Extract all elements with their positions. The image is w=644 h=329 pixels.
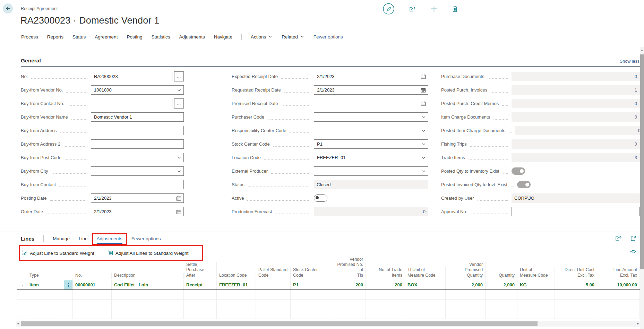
chevron-down-icon[interactable] <box>421 128 426 133</box>
active-toggle[interactable] <box>314 194 327 202</box>
cell-type[interactable]: Item <box>27 280 64 289</box>
calendar-icon[interactable] <box>421 74 426 79</box>
horizontal-scrollbar-thumb[interactable] <box>21 321 538 326</box>
column-header-type[interactable]: Type <box>27 273 64 280</box>
ribbon-item-reports[interactable]: Reports <box>47 34 63 40</box>
cell-vendor-promised-quantity[interactable]: 2,000 <box>446 280 486 289</box>
external-producer-input[interactable] <box>314 166 428 176</box>
cell-description[interactable]: Cod Fillet - Loin <box>112 280 184 289</box>
ribbon-item-adjustments[interactable]: Adjustments <box>179 34 205 40</box>
buy-from-post-code-input[interactable] <box>91 153 184 162</box>
cell-stock-center-code[interactable]: P1 <box>291 280 331 289</box>
pin-icon[interactable] <box>630 249 636 254</box>
column-header-stock-center-code[interactable]: Stock Center Code <box>291 267 331 280</box>
buy-from-address-input[interactable] <box>91 126 184 135</box>
cell-direct-unit-cost-excl-tax[interactable]: 5.00 <box>555 280 597 289</box>
column-header-direct-unit-cost-excl-tax[interactable]: Direct Unit Cost Excl. Tax <box>555 267 597 280</box>
chevron-down-icon[interactable] <box>421 115 426 119</box>
buy-from-vendor-name-input[interactable]: Domestic Vendor 1 <box>91 112 184 122</box>
delete-button[interactable] <box>452 6 458 12</box>
chevron-down-icon[interactable] <box>177 155 181 160</box>
column-header-no[interactable]: No. <box>73 273 112 280</box>
assist-edit-button[interactable]: … <box>174 71 184 81</box>
open-in-new-window-button[interactable] <box>630 235 636 241</box>
cell-vendor-promised-no-of-tis[interactable]: 200 <box>331 280 366 289</box>
cell-no[interactable]: 00000001 <box>73 280 112 289</box>
buy-from-address-2-input[interactable] <box>91 139 184 149</box>
scroll-up-arrow[interactable]: ▲ <box>641 49 643 52</box>
buy-from-vendor-no-input[interactable]: 1001000 <box>91 85 184 95</box>
column-header-row-indicator[interactable] <box>17 278 27 280</box>
ribbon-item-status[interactable]: Status <box>72 34 86 40</box>
cell-quantity[interactable]: 2,000 <box>486 280 517 289</box>
share-button[interactable] <box>615 235 622 241</box>
order-date-input[interactable]: 2/1/2023 <box>91 207 184 216</box>
cell-settle-purchase-after[interactable]: Receipt <box>184 280 217 289</box>
cell-location-code[interactable]: FREEZER_01 <box>217 280 256 289</box>
cell-line-amount-excl-tax[interactable]: 10,000.00 <box>597 280 640 289</box>
vertical-scrollbar-thumb[interactable] <box>640 54 644 269</box>
ribbon-item-posting[interactable]: Posting <box>127 34 142 40</box>
purchaser-code-input[interactable] <box>314 112 428 122</box>
chevron-down-icon[interactable] <box>421 169 426 173</box>
lines-fewer-options[interactable]: Fewer options <box>131 236 161 241</box>
column-header-line-amount-excl-tax[interactable]: Line Amount Excl. Tax <box>597 267 640 280</box>
assist-edit-button[interactable]: … <box>174 98 184 109</box>
buy-from-contact-input[interactable] <box>91 180 184 189</box>
lines-tab-line[interactable]: Line <box>79 236 88 241</box>
calendar-icon[interactable] <box>176 196 181 201</box>
cell-no-of-trade-items[interactable]: 200 <box>366 280 405 289</box>
scroll-right-arrow[interactable]: ► <box>636 322 639 325</box>
column-header-pallet-standard-code[interactable]: Pallet Standard Code <box>256 267 291 280</box>
ribbon-fewer-options[interactable]: Fewer options <box>314 34 343 40</box>
adjust-line-to-standard-weight-button[interactable]: Adjust Line to Standard Weight <box>22 250 94 257</box>
scroll-left-arrow[interactable]: ◄ <box>17 322 20 325</box>
cell-unit-of-measure-code[interactable]: KG <box>517 280 555 289</box>
column-header-ti-unit-of-measure-code[interactable]: TI Unit of Measure Code <box>405 267 446 280</box>
share-button[interactable] <box>409 6 416 12</box>
calendar-icon[interactable] <box>421 87 426 93</box>
new-button[interactable] <box>431 6 437 12</box>
column-header-description[interactable]: Description <box>112 273 184 280</box>
chevron-down-icon[interactable] <box>177 88 181 92</box>
approval-no-input[interactable] <box>512 207 640 216</box>
cell-pallet-standard-code[interactable] <box>256 280 291 289</box>
column-header-no-of-trade-items[interactable]: No. of Trade Items <box>366 267 405 280</box>
column-header-row-menu[interactable] <box>64 278 73 280</box>
column-header-location-code[interactable]: Location Code <box>217 273 256 280</box>
ribbon-item-statistics[interactable]: Statistics <box>151 34 170 40</box>
no-input[interactable]: RA2300023 <box>91 72 172 81</box>
cell-ti-unit-of-measure-code[interactable]: BOX <box>405 280 446 289</box>
show-less-link[interactable]: Show less <box>620 59 639 64</box>
lines-tab-manage[interactable]: Manage <box>53 236 70 241</box>
promised-receipt-date-input[interactable] <box>314 99 428 108</box>
column-header-quantity[interactable]: Quantity <box>486 273 517 280</box>
ribbon-menu-actions[interactable]: Actions <box>251 34 273 40</box>
responsibility-center-code-input[interactable] <box>314 126 428 135</box>
location-code-input[interactable]: FREEZER_01 <box>314 153 428 162</box>
lines-tab-adjustments[interactable]: Adjustments <box>97 236 122 241</box>
chevron-down-icon[interactable] <box>421 142 426 146</box>
calendar-icon[interactable] <box>421 101 426 106</box>
ribbon-menu-related[interactable]: Related <box>282 34 304 40</box>
buy-from-contact-no-input[interactable] <box>91 99 172 108</box>
ribbon-item-process[interactable]: Process <box>21 34 38 40</box>
requested-receipt-date-input[interactable]: 2/1/2023 <box>314 85 428 95</box>
stock-center-code-input[interactable]: P1 <box>314 139 428 149</box>
edit-button[interactable] <box>383 3 395 15</box>
posting-date-input[interactable]: 2/1/2023 <box>91 193 184 203</box>
ribbon-item-navigate[interactable]: Navigate <box>214 34 232 40</box>
back-button[interactable] <box>3 3 13 14</box>
column-header-vendor-promised-no-of-tis[interactable]: Vendor Promised No. of TIs <box>331 257 366 280</box>
calendar-icon[interactable] <box>176 209 181 214</box>
column-header-unit-of-measure-code[interactable]: Unit of Measure Code <box>517 267 555 280</box>
column-header-settle-purchase-after[interactable]: Settle Purchase After <box>184 262 217 280</box>
column-header-vendor-promised-quantity[interactable]: Vendor Promised Quantity <box>446 262 486 280</box>
cell-row-menu[interactable]: ⋮ <box>64 280 73 289</box>
chevron-down-icon[interactable] <box>177 169 181 173</box>
chevron-down-icon[interactable] <box>421 155 426 160</box>
ribbon-item-agreement[interactable]: Agreement <box>95 34 118 40</box>
buy-from-city-input[interactable] <box>91 166 184 176</box>
expected-receipt-date-input[interactable]: 2/1/2023 <box>314 72 428 81</box>
adjust-all-lines-to-standard-weight-button[interactable]: Adjust All Lines to Standard Weight <box>108 250 189 257</box>
